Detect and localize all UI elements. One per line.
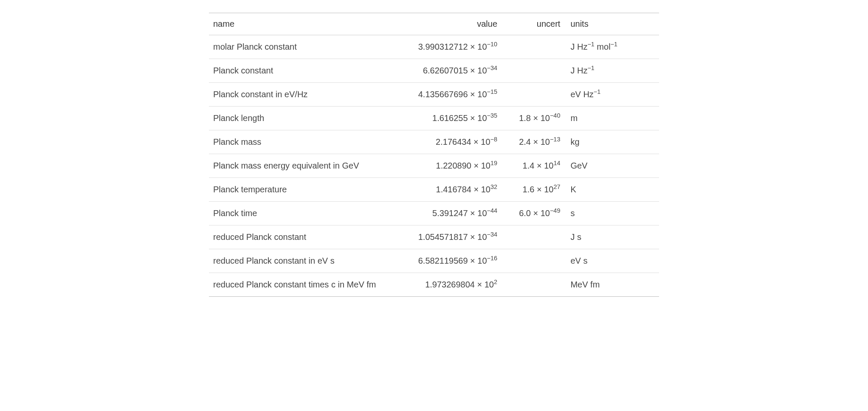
cell-name: Planck constant	[209, 59, 389, 83]
cell-uncert: 1.4 × 1014	[502, 154, 564, 178]
cell-units: GeV	[564, 154, 659, 178]
cell-units: J Hz−1 mol−1	[564, 35, 659, 59]
cell-value: 1.973269804 × 102	[389, 273, 502, 297]
cell-units: J s	[564, 225, 659, 249]
uncert-mantissa: 1.6 × 10	[523, 185, 554, 194]
cell-name: Planck mass	[209, 130, 389, 154]
value-mantissa: 6.62607015 × 10	[423, 66, 487, 75]
cell-uncert	[502, 35, 564, 59]
value-exponent: 19	[490, 160, 497, 166]
header-value: value	[389, 13, 502, 35]
value-exponent: 32	[490, 183, 497, 190]
value-mantissa: 2.176434 × 10	[436, 137, 490, 146]
cell-value: 6.62607015 × 10−34	[389, 59, 502, 83]
cell-uncert: 1.6 × 1027	[502, 178, 564, 202]
value-exponent: −44	[487, 207, 497, 214]
value-exponent: −35	[487, 112, 497, 119]
uncert-mantissa: 1.8 × 10	[519, 113, 550, 123]
table-row: Planck mass energy equivalent in GeV1.22…	[209, 154, 659, 178]
value-mantissa: 6.582119569 × 10	[418, 256, 487, 265]
uncert-exponent: 14	[553, 160, 560, 166]
value-mantissa: 1.616255 × 10	[432, 113, 487, 123]
table-row: molar Planck constant3.990312712 × 10−10…	[209, 35, 659, 59]
table-row: Planck constant6.62607015 × 10−34J Hz−1	[209, 59, 659, 83]
cell-value: 1.616255 × 10−35	[389, 107, 502, 130]
cell-uncert	[502, 249, 564, 273]
header-uncert: uncert	[502, 13, 564, 35]
cell-uncert	[502, 59, 564, 83]
uncert-exponent: −40	[550, 112, 560, 119]
cell-value: 3.990312712 × 10−10	[389, 35, 502, 59]
header-name: name	[209, 13, 389, 35]
value-mantissa: 1.416784 × 10	[436, 185, 490, 194]
table-row: reduced Planck constant times c in MeV f…	[209, 273, 659, 297]
uncert-exponent: 27	[553, 183, 560, 190]
cell-value: 1.416784 × 1032	[389, 178, 502, 202]
cell-name: reduced Planck constant in eV s	[209, 249, 389, 273]
cell-uncert: 1.8 × 10−40	[502, 107, 564, 130]
constants-table: name value uncert units molar Planck con…	[209, 13, 659, 297]
cell-name: molar Planck constant	[209, 35, 389, 59]
cell-units: kg	[564, 130, 659, 154]
value-exponent: −34	[487, 65, 497, 71]
cell-units: MeV fm	[564, 273, 659, 297]
cell-value: 1.220890 × 1019	[389, 154, 502, 178]
cell-value: 6.582119569 × 10−16	[389, 249, 502, 273]
cell-value: 4.135667696 × 10−15	[389, 83, 502, 107]
table-row: reduced Planck constant1.054571817 × 10−…	[209, 225, 659, 249]
value-mantissa: 5.391247 × 10	[432, 208, 487, 218]
value-mantissa: 1.973269804 × 10	[425, 280, 494, 289]
cell-value: 1.054571817 × 10−34	[389, 225, 502, 249]
value-mantissa: 1.220890 × 10	[436, 161, 490, 170]
cell-name: reduced Planck constant times c in MeV f…	[209, 273, 389, 297]
header-units: units	[564, 13, 659, 35]
cell-value: 2.176434 × 10−8	[389, 130, 502, 154]
cell-name: Planck time	[209, 202, 389, 225]
table-row: Planck temperature1.416784 × 10321.6 × 1…	[209, 178, 659, 202]
table-row: Planck time5.391247 × 10−446.0 × 10−49s	[209, 202, 659, 225]
table-row: Planck constant in eV/Hz4.135667696 × 10…	[209, 83, 659, 107]
cell-uncert: 6.0 × 10−49	[502, 202, 564, 225]
cell-uncert	[502, 273, 564, 297]
value-exponent: −15	[487, 88, 497, 95]
cell-name: Planck temperature	[209, 178, 389, 202]
cell-units: J Hz−1	[564, 59, 659, 83]
uncert-mantissa: 6.0 × 10	[519, 208, 550, 218]
uncert-exponent: −13	[550, 136, 560, 143]
header-row: name value uncert units	[209, 13, 659, 35]
table-row: Planck length1.616255 × 10−351.8 × 10−40…	[209, 107, 659, 130]
value-mantissa: 1.054571817 × 10	[418, 232, 487, 242]
cell-name: reduced Planck constant	[209, 225, 389, 249]
value-exponent: −10	[487, 41, 497, 48]
value-exponent: −34	[487, 231, 497, 238]
uncert-mantissa: 1.4 × 10	[523, 161, 554, 170]
cell-units: eV s	[564, 249, 659, 273]
cell-units: s	[564, 202, 659, 225]
cell-uncert	[502, 225, 564, 249]
cell-name: Planck mass energy equivalent in GeV	[209, 154, 389, 178]
uncert-exponent: −49	[550, 207, 560, 214]
value-exponent: 2	[494, 279, 497, 285]
value-exponent: −16	[487, 255, 497, 262]
cell-units: m	[564, 107, 659, 130]
cell-units: eV Hz−1	[564, 83, 659, 107]
cell-name: Planck constant in eV/Hz	[209, 83, 389, 107]
value-mantissa: 4.135667696 × 10	[418, 90, 487, 99]
value-exponent: −8	[490, 136, 497, 143]
uncert-mantissa: 2.4 × 10	[519, 137, 550, 146]
cell-name: Planck length	[209, 107, 389, 130]
constants-table-container: name value uncert units molar Planck con…	[209, 13, 659, 297]
cell-uncert	[502, 83, 564, 107]
table-row: Planck mass2.176434 × 10−82.4 × 10−13kg	[209, 130, 659, 154]
table-row: reduced Planck constant in eV s6.5821195…	[209, 249, 659, 273]
cell-uncert: 2.4 × 10−13	[502, 130, 564, 154]
table-body: molar Planck constant3.990312712 × 10−10…	[209, 35, 659, 297]
cell-units: K	[564, 178, 659, 202]
value-mantissa: 3.990312712 × 10	[418, 42, 487, 51]
cell-value: 5.391247 × 10−44	[389, 202, 502, 225]
